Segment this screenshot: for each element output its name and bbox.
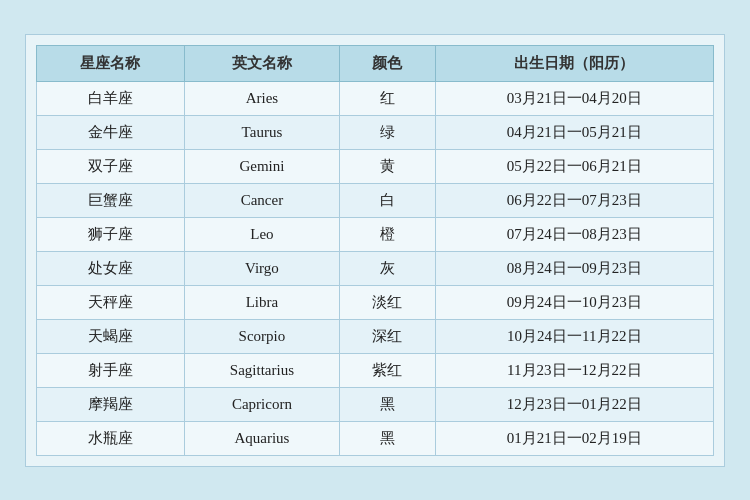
cell-chinese-name: 金牛座 [37, 115, 185, 149]
header-color: 颜色 [339, 45, 435, 81]
table-row: 巨蟹座Cancer白06月22日一07月23日 [37, 183, 714, 217]
cell-english-name: Sagittarius [184, 353, 339, 387]
cell-color: 黑 [339, 421, 435, 455]
table-row: 双子座Gemini黄05月22日一06月21日 [37, 149, 714, 183]
cell-date: 10月24日一11月22日 [435, 319, 713, 353]
table-row: 处女座Virgo灰08月24日一09月23日 [37, 251, 714, 285]
cell-english-name: Taurus [184, 115, 339, 149]
cell-color: 红 [339, 81, 435, 115]
cell-chinese-name: 双子座 [37, 149, 185, 183]
cell-english-name: Capricorn [184, 387, 339, 421]
cell-date: 03月21日一04月20日 [435, 81, 713, 115]
cell-color: 黄 [339, 149, 435, 183]
cell-english-name: Gemini [184, 149, 339, 183]
cell-date: 11月23日一12月22日 [435, 353, 713, 387]
header-english-name: 英文名称 [184, 45, 339, 81]
cell-english-name: Aries [184, 81, 339, 115]
cell-english-name: Leo [184, 217, 339, 251]
table-body: 白羊座Aries红03月21日一04月20日金牛座Taurus绿04月21日一0… [37, 81, 714, 455]
table-row: 狮子座Leo橙07月24日一08月23日 [37, 217, 714, 251]
zodiac-table-container: 星座名称 英文名称 颜色 出生日期（阳历） 白羊座Aries红03月21日一04… [25, 34, 725, 467]
cell-color: 深红 [339, 319, 435, 353]
cell-chinese-name: 巨蟹座 [37, 183, 185, 217]
cell-color: 白 [339, 183, 435, 217]
cell-color: 灰 [339, 251, 435, 285]
cell-english-name: Aquarius [184, 421, 339, 455]
cell-date: 06月22日一07月23日 [435, 183, 713, 217]
cell-date: 09月24日一10月23日 [435, 285, 713, 319]
cell-chinese-name: 天蝎座 [37, 319, 185, 353]
table-row: 天秤座Libra淡红09月24日一10月23日 [37, 285, 714, 319]
cell-color: 橙 [339, 217, 435, 251]
cell-date: 08月24日一09月23日 [435, 251, 713, 285]
zodiac-table: 星座名称 英文名称 颜色 出生日期（阳历） 白羊座Aries红03月21日一04… [36, 45, 714, 456]
table-row: 金牛座Taurus绿04月21日一05月21日 [37, 115, 714, 149]
table-row: 摩羯座Capricorn黑12月23日一01月22日 [37, 387, 714, 421]
cell-date: 01月21日一02月19日 [435, 421, 713, 455]
cell-color: 黑 [339, 387, 435, 421]
table-header-row: 星座名称 英文名称 颜色 出生日期（阳历） [37, 45, 714, 81]
cell-english-name: Libra [184, 285, 339, 319]
cell-date: 12月23日一01月22日 [435, 387, 713, 421]
table-row: 白羊座Aries红03月21日一04月20日 [37, 81, 714, 115]
cell-chinese-name: 摩羯座 [37, 387, 185, 421]
table-row: 水瓶座Aquarius黑01月21日一02月19日 [37, 421, 714, 455]
cell-chinese-name: 天秤座 [37, 285, 185, 319]
cell-english-name: Scorpio [184, 319, 339, 353]
header-chinese-name: 星座名称 [37, 45, 185, 81]
cell-chinese-name: 水瓶座 [37, 421, 185, 455]
cell-chinese-name: 射手座 [37, 353, 185, 387]
cell-chinese-name: 处女座 [37, 251, 185, 285]
header-date: 出生日期（阳历） [435, 45, 713, 81]
cell-date: 05月22日一06月21日 [435, 149, 713, 183]
cell-english-name: Cancer [184, 183, 339, 217]
table-row: 天蝎座Scorpio深红10月24日一11月22日 [37, 319, 714, 353]
table-row: 射手座Sagittarius紫红11月23日一12月22日 [37, 353, 714, 387]
cell-english-name: Virgo [184, 251, 339, 285]
cell-chinese-name: 狮子座 [37, 217, 185, 251]
cell-color: 紫红 [339, 353, 435, 387]
cell-date: 07月24日一08月23日 [435, 217, 713, 251]
cell-color: 绿 [339, 115, 435, 149]
cell-date: 04月21日一05月21日 [435, 115, 713, 149]
cell-chinese-name: 白羊座 [37, 81, 185, 115]
cell-color: 淡红 [339, 285, 435, 319]
